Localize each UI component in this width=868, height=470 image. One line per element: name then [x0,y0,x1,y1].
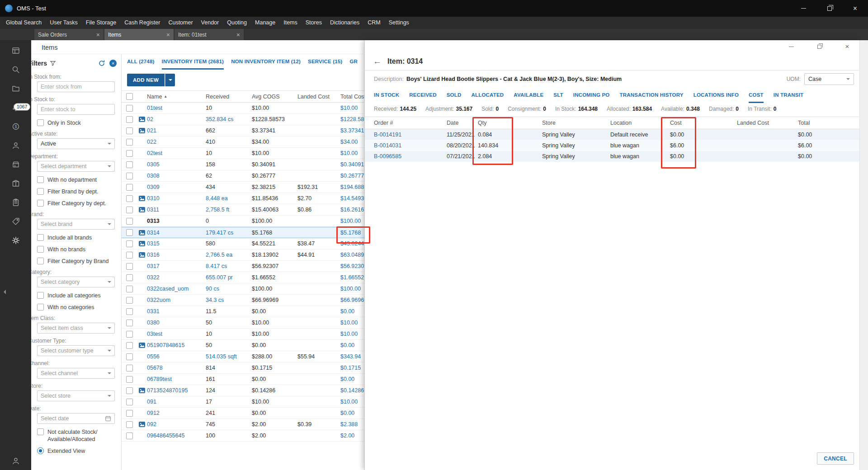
row-checkbox[interactable] [126,218,133,225]
add-new-button[interactable]: ADD NEW [127,74,165,86]
document-tab-items[interactable]: Items × [104,29,174,40]
document-tab-item-01test[interactable]: Item: 01test × [175,29,244,40]
column-header-received[interactable]: Received [206,91,252,102]
menu-item-global-search[interactable]: Global Search [2,17,46,29]
item-type-tab-all-2748[interactable]: ALL (2748) [127,55,155,70]
filter-checkbox-with-no-department[interactable]: With no department [37,176,115,183]
item-row-092[interactable]: 092 745 $2.00 $0.39 $2.388 [122,419,364,430]
item-name-link[interactable]: 0315 [147,240,160,247]
item-row-0912[interactable]: 0912 241 $0.00 $0.00 [122,408,364,419]
row-checkbox[interactable] [126,410,133,417]
add-new-dropdown-button[interactable] [165,74,175,86]
rail-item-search[interactable] [0,60,31,79]
vertical-scrollbar[interactable] [859,40,868,470]
item-type-tab-inventory-item-2681[interactable]: INVENTORY ITEM (2681) [162,55,224,70]
menu-item-manage[interactable]: Manage [251,17,279,29]
detail-tab-transaction-history[interactable]: TRANSACTION HISTORY [620,88,684,103]
filter-checkbox-filter-brand-by-dept[interactable]: Filter Brand by dept. [37,188,115,195]
rail-item-contacts[interactable] [0,136,31,155]
row-checkbox[interactable] [126,353,133,360]
item-row-091[interactable]: 091 17 $10.00 $10.00 [122,396,364,408]
item-name-link[interactable]: 02 [147,116,153,122]
order-number-link[interactable]: B-0014191 [374,129,447,140]
row-checkbox[interactable] [126,252,133,258]
item-name-link[interactable]: 092 [147,421,156,428]
rail-item-tag[interactable] [0,212,31,231]
menu-item-file-storage[interactable]: File Storage [82,17,120,29]
detail-tab-incoming-po[interactable]: INCOMING PO [573,88,610,103]
tab-close-icon[interactable]: × [236,32,240,38]
filter-checkbox-include-all-brands[interactable]: Include all brands [37,234,115,241]
column-header-total-cost[interactable]: Total Cost [340,91,364,102]
item-name-link[interactable]: 0316 [147,252,160,258]
row-checkbox[interactable] [126,432,133,439]
item-name-link[interactable]: 0310 [147,195,160,202]
detail-tab-allocated[interactable]: ALLOCATED [472,88,504,103]
item-name-link[interactable]: 05678 [147,365,163,371]
item-name-link[interactable]: 0317 [147,263,160,269]
filter-select-select-category[interactable]: Select category [37,277,115,287]
filter-select-select-department[interactable]: Select department [37,161,115,172]
row-checkbox[interactable] [126,342,133,349]
row-checkbox[interactable] [126,229,133,236]
filter-checkbox-with-no-brands[interactable]: With no brands [37,246,115,253]
item-row-0556[interactable]: 0556 514.035 sqft $288.00 $55.94 $343.94 [122,351,364,362]
column-header-avg-cogs[interactable]: Avg COGS [252,91,297,102]
item-row-0309[interactable]: 0309 434 $2.38215 $192.31 $194.6888 [122,182,364,193]
row-checkbox[interactable] [126,274,133,281]
detail-tab-received[interactable]: RECEIVED [409,88,436,103]
back-arrow-icon[interactable]: ← [373,57,382,66]
item-row-0315[interactable]: 0315 580 $4.55221 $38.47 $43.0244 [122,238,364,249]
item-row-0317[interactable]: 0317 8.417 cs $56.92307 $56.92307 [122,261,364,272]
receipt-row-b-0014031[interactable]: B-0014031 08/20/2021 140.834 Spring Vall… [365,140,859,151]
item-type-tab-service-15[interactable]: SERVICE (15) [308,55,342,70]
rail-item-store[interactable] [0,155,31,174]
item-row-0310[interactable]: 0310 8,448 ea $11.85436 $2.70 $14.54936 [122,193,364,204]
menu-item-items[interactable]: Items [279,17,302,29]
item-name-link[interactable]: 096486455645 [147,432,184,439]
row-checkbox[interactable] [126,127,133,134]
row-checkbox[interactable] [126,308,133,315]
menu-item-customer[interactable]: Customer [164,17,197,29]
user-profile-button[interactable] [0,456,31,465]
menu-item-cash-register[interactable]: Cash Register [120,17,164,29]
cancel-button[interactable]: CANCEL [817,452,854,465]
detail-column-landed-cost[interactable]: Landed Cost [737,117,798,129]
filter-select-select-channel[interactable]: Select channel [37,368,115,379]
item-name-link[interactable]: 051907848615 [147,342,184,348]
filter-checkbox-include-all-categories[interactable]: Include all categories [37,292,115,299]
item-row-0322[interactable]: 0322 655.007 pr $1.66552 $1.66552 [122,272,364,283]
filter-input-enter-stock-to[interactable] [37,104,115,115]
item-name-link[interactable]: 0311 [147,207,159,213]
item-row-021[interactable]: 021 662 $3.37341 $3.37341 [122,125,364,136]
detail-tab-cost[interactable]: COST [749,88,764,103]
menu-item-crm[interactable]: CRM [363,17,384,29]
item-name-link[interactable]: 01test [147,105,162,111]
row-checkbox[interactable] [126,150,133,157]
row-checkbox[interactable] [126,286,133,292]
menu-item-vendor[interactable]: Vendor [197,17,223,29]
filter-radio-extended-view[interactable]: Extended View [37,447,115,455]
row-checkbox[interactable] [126,184,133,191]
filter-checkbox-not-calculate-stock-available-allocated[interactable]: Not calculate Stock/ Available/Allocated [37,428,115,443]
item-name-link[interactable]: 0305 [147,161,160,168]
row-checkbox[interactable] [126,387,133,394]
minimize-button[interactable] [791,0,816,17]
uom-select[interactable]: Case [804,73,854,85]
rail-item-clipboard[interactable] [0,193,31,212]
item-name-link[interactable]: 02test [147,150,162,156]
row-checkbox[interactable] [126,376,133,383]
rail-item-tasks[interactable]: 1067 [0,98,31,117]
filter-checkbox-with-no-categories[interactable]: With no categories [37,304,115,311]
rail-item-dashboard[interactable] [0,41,31,60]
item-row-0305[interactable]: 0305 158 $0.34091 $0.34091 [122,159,364,170]
detail-tab-available[interactable]: AVAILABLE [514,88,543,103]
item-name-link[interactable]: 0309 [147,184,160,190]
document-tab-sale-orders[interactable]: Sale Orders × [34,29,104,40]
item-name-link[interactable]: 03test [147,331,162,337]
row-checkbox[interactable] [126,297,133,304]
detail-minimize-button[interactable] [788,43,794,50]
column-header-name[interactable]: Name▲ [137,91,206,102]
tab-close-icon[interactable]: × [166,32,170,38]
detail-tab-sold[interactable]: SOLD [447,88,462,103]
